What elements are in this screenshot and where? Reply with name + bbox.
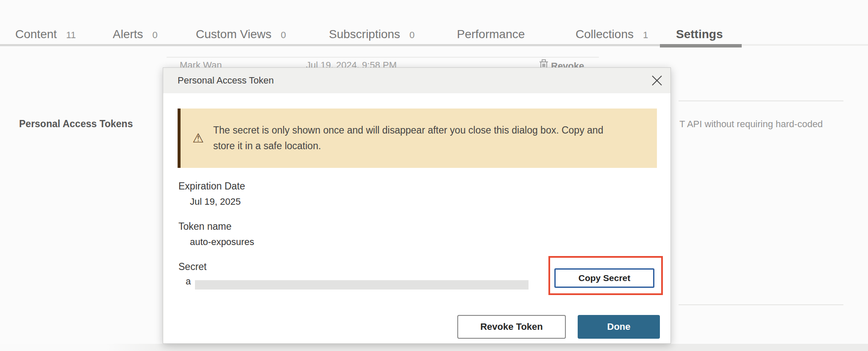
tab-label: Performance	[457, 28, 525, 41]
tab-count: 11	[66, 30, 76, 40]
tab-custom-views[interactable]: Custom Views0	[196, 25, 286, 44]
page-bottom-strip	[0, 344, 868, 351]
done-button[interactable]: Done	[578, 315, 660, 339]
copy-secret-button[interactable]: Copy Secret	[554, 268, 654, 288]
tab-count: 0	[153, 30, 158, 40]
tab-label: Subscriptions	[329, 28, 400, 41]
tab-count: 1	[643, 30, 648, 40]
table-divider	[167, 57, 599, 58]
tab-bar: Content11 Alerts0 Custom Views0 Subscrip…	[0, 0, 868, 48]
expiration-date-value: Jul 19, 2025	[190, 196, 241, 207]
tab-content[interactable]: Content11	[15, 25, 76, 44]
tab-subscriptions[interactable]: Subscriptions0	[329, 25, 415, 44]
close-icon[interactable]	[651, 75, 663, 86]
tab-performance[interactable]: Performance	[457, 25, 525, 44]
token-name-value: auto-exposures	[190, 237, 254, 248]
tab-label: Collections	[576, 28, 634, 41]
tab-settings[interactable]: Settings	[676, 25, 723, 44]
expiration-date-label: Expiration Date	[178, 181, 245, 192]
warning-message: The secret is only shown once and will d…	[213, 123, 637, 154]
revoke-token-button[interactable]: Revoke Token	[457, 315, 566, 339]
warning-line-1: The secret is only shown once and will d…	[213, 125, 604, 136]
secret-visible-value: a	[186, 276, 191, 287]
dialog-header: Personal Access Token	[163, 68, 670, 93]
tab-alerts[interactable]: Alerts0	[113, 25, 158, 44]
right-rail-divider-top	[679, 100, 843, 101]
tab-collections[interactable]: Collections1	[576, 25, 648, 44]
tab-count: 0	[281, 30, 286, 40]
tab-label: Content	[15, 28, 57, 41]
help-text-fragment: T API without requiring hard-coded	[679, 119, 823, 130]
secret-label: Secret	[178, 261, 206, 273]
dialog-title: Personal Access Token	[178, 68, 274, 93]
tabbar-border	[0, 44, 660, 46]
right-rail-divider-bottom	[679, 304, 843, 305]
active-tab-underline	[660, 44, 742, 47]
token-name-label: Token name	[178, 221, 231, 232]
warning-banner: ⚠ The secret is only shown once and will…	[178, 109, 657, 168]
tab-label: Settings	[676, 28, 723, 41]
page: Content11 Alerts0 Custom Views0 Subscrip…	[0, 0, 868, 351]
section-label-personal-access-tokens: Personal Access Tokens	[19, 118, 133, 130]
warning-line-2: store it in a safe location.	[213, 140, 321, 151]
personal-access-token-dialog: Personal Access Token ⚠ The secret is on…	[163, 67, 671, 344]
tab-count: 0	[409, 30, 415, 40]
warning-icon: ⚠	[192, 132, 204, 145]
tab-label: Alerts	[113, 28, 143, 41]
tab-label: Custom Views	[196, 28, 271, 41]
tabbar-border-right	[742, 44, 868, 46]
secret-redacted-bar	[195, 280, 529, 290]
